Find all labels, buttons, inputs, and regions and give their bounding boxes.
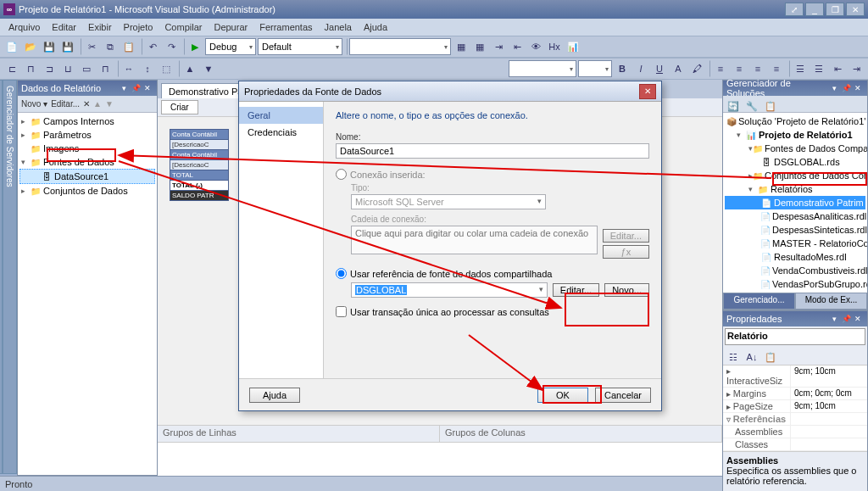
italic-icon[interactable]: I	[632, 60, 649, 77]
text-justify-icon[interactable]: ≡	[768, 60, 785, 77]
platform-combo[interactable]: Default	[258, 38, 342, 55]
minimize-button[interactable]: ⎯	[805, 3, 824, 16]
play-icon[interactable]: ▶	[186, 38, 203, 55]
tab-gerenciador[interactable]: Gerenciado...	[723, 293, 795, 310]
same-size-icon[interactable]: ⬚	[158, 60, 175, 77]
config-combo[interactable]: Debug	[205, 38, 256, 55]
report-item[interactable]: ResultadoMes.rdl	[774, 252, 847, 262]
datasets-folder[interactable]: Conjuntos de Dados Com	[765, 170, 867, 181]
pin-icon[interactable]: 📌	[840, 82, 852, 94]
menu-arquivo[interactable]: Arquivo	[3, 20, 45, 34]
text-right-icon[interactable]: ≡	[749, 60, 766, 77]
backcolor-icon[interactable]: 🖍	[688, 60, 705, 77]
alphabetical-icon[interactable]: A↓	[743, 349, 760, 365]
tab-modo-exibicao[interactable]: Modo de Ex...	[795, 293, 867, 310]
font-combo[interactable]	[509, 60, 576, 77]
same-height-icon[interactable]: ↕	[139, 60, 156, 77]
close-panel-icon[interactable]: ✕	[852, 82, 864, 94]
radio-shared[interactable]: Usar referência de fonte de dados compar…	[336, 268, 649, 279]
bullets-icon[interactable]: ☰	[792, 60, 809, 77]
down-button[interactable]: ▼	[105, 99, 114, 109]
radio-shared-input[interactable]	[336, 268, 347, 279]
open-icon[interactable]: 📂	[22, 38, 39, 55]
tree-item-imagens[interactable]: Imagens	[43, 143, 79, 153]
tree-item-fontes[interactable]: Fontes de Dados	[43, 157, 114, 167]
save-all-icon[interactable]: 💾	[59, 38, 76, 55]
solution-root[interactable]: Solução 'Projeto de Relatório1' (1	[738, 116, 867, 126]
single-transaction-check[interactable]: Usar transação única ao processar as con…	[336, 306, 649, 317]
copy-icon[interactable]: ⧉	[102, 38, 119, 55]
comment-icon[interactable]: ▦	[453, 38, 470, 55]
watch-icon[interactable]: 👁	[527, 38, 544, 55]
new-project-icon[interactable]: 📄	[3, 38, 20, 55]
align-bottom-icon[interactable]: ⊓	[97, 60, 114, 77]
nav-geral[interactable]: Geral	[239, 107, 323, 124]
menu-depurar[interactable]: Depurar	[209, 20, 253, 34]
underline-icon[interactable]: U	[651, 60, 668, 77]
single-transaction-checkbox[interactable]	[336, 306, 347, 317]
report-item[interactable]: VendasPorSubGrupo.rd	[772, 279, 867, 289]
up-button[interactable]: ▲	[93, 99, 102, 109]
pin-icon[interactable]: 📌	[130, 82, 142, 94]
numbering-icon[interactable]: ☰	[810, 60, 827, 77]
menu-janela[interactable]: Janela	[320, 20, 357, 34]
report-item[interactable]: DespesasSinteticas.rdl	[772, 225, 867, 235]
cut-icon[interactable]: ✂	[83, 38, 100, 55]
close-panel-icon[interactable]: ✕	[142, 82, 153, 94]
tree-item-campos[interactable]: Campos Internos	[43, 116, 114, 126]
menu-ajuda[interactable]: Ajuda	[359, 20, 392, 34]
undo-icon[interactable]: ↶	[144, 38, 161, 55]
uncomment-icon[interactable]: ▦	[471, 38, 488, 55]
categorized-icon[interactable]: ☷	[725, 349, 742, 365]
find-combo[interactable]	[349, 38, 451, 55]
bring-front-icon[interactable]: ▲	[181, 60, 198, 77]
shared-ds-folder[interactable]: Fontes de Dados Compar	[765, 143, 867, 153]
nav-credenciais[interactable]: Credenciais	[239, 124, 323, 141]
text-left-icon[interactable]: ≡	[712, 60, 729, 77]
align-middle-icon[interactable]: ▭	[78, 60, 95, 77]
align-top-icon[interactable]: ⊔	[59, 60, 76, 77]
text-center-icon[interactable]: ≡	[731, 60, 748, 77]
align-left-icon[interactable]: ⊏	[3, 60, 20, 77]
show-all-icon[interactable]: 📋	[762, 98, 779, 114]
shared-ds-item[interactable]: DSGLOBAL.rds	[774, 157, 840, 167]
report-item[interactable]: DespesasAnaliticas.rdl	[772, 211, 866, 221]
delete-button[interactable]: ✕	[83, 99, 90, 109]
dialog-close-icon[interactable]: ✕	[639, 84, 656, 99]
outdent-icon[interactable]: ⇤	[829, 60, 846, 77]
props-object-combo[interactable]: Relatório	[725, 328, 865, 345]
help-button[interactable]: Ajuda	[249, 388, 300, 403]
align-center-icon[interactable]: ⊓	[22, 60, 39, 77]
tree-item-conjuntos[interactable]: Conjuntos de Dados	[43, 186, 128, 196]
dropdown-icon[interactable]: ▾	[828, 82, 840, 94]
pin-icon[interactable]: 📌	[840, 313, 852, 325]
dropdown-icon[interactable]: ▾	[828, 313, 840, 325]
radio-embedded-input[interactable]	[336, 169, 347, 180]
step-icon[interactable]: ⇤	[509, 38, 526, 55]
shared-ds-combo[interactable]: DSGLOBAL	[351, 282, 548, 298]
report-item[interactable]: MASTER - RelatorioCo	[772, 238, 867, 248]
redo-icon[interactable]: ↷	[163, 38, 180, 55]
save-icon[interactable]: 💾	[41, 38, 58, 55]
hex-icon[interactable]: Hx	[546, 38, 563, 55]
indent-icon[interactable]: ⇥	[848, 60, 865, 77]
tree-item-parametros[interactable]: Parâmetros	[43, 130, 92, 140]
size-combo[interactable]	[578, 60, 612, 77]
bold-icon[interactable]: B	[614, 60, 631, 77]
menu-projeto[interactable]: Projeto	[119, 20, 159, 34]
report-demonstrativo[interactable]: 📄Demonstrativo Patrim	[725, 196, 865, 209]
design-subtab[interactable]: Criar	[161, 100, 198, 114]
menu-exibir[interactable]: Exibir	[83, 20, 117, 34]
locals-icon[interactable]: 📊	[565, 38, 581, 55]
tab-toolbox[interactable]: Caixa de Ferramentas	[0, 80, 3, 474]
menu-editar[interactable]: Editar	[47, 20, 81, 34]
fullscreen-button[interactable]: ⤢	[785, 3, 804, 16]
radio-embedded[interactable]: Conexão inserida:	[336, 169, 649, 180]
new-button[interactable]: Novo ▾	[21, 99, 47, 109]
edit-shared-button[interactable]: Editar...	[553, 283, 599, 297]
menu-compilar[interactable]: Compilar	[159, 20, 207, 34]
props-pages-icon[interactable]: 📋	[762, 349, 779, 365]
ok-button[interactable]: OK	[537, 388, 588, 403]
step-icon[interactable]: ⇥	[490, 38, 507, 55]
maximize-button[interactable]: ❐	[826, 3, 844, 16]
